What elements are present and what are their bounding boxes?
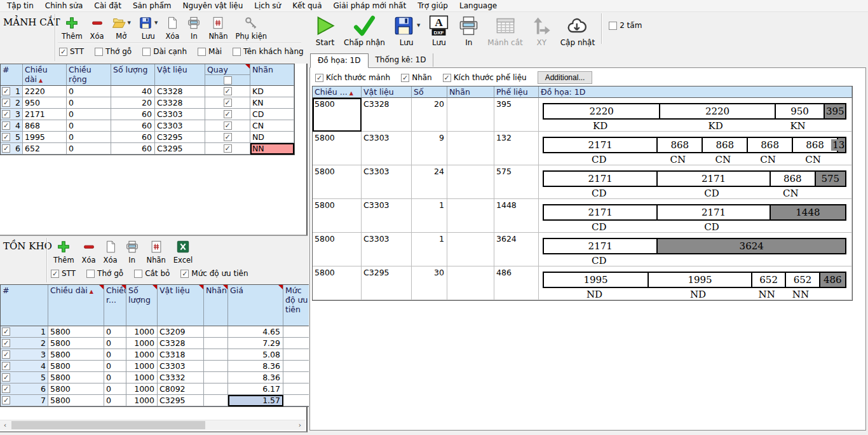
cell-stock-length[interactable]: 5800 — [313, 233, 362, 266]
stock-option-4[interactable]: ✓Mức độ ưu tiên — [180, 269, 248, 278]
menu-item-1[interactable]: Tập tin — [1, 1, 39, 11]
cell-length[interactable]: 950 — [23, 97, 67, 109]
cell-price[interactable]: 4.65 — [228, 326, 283, 338]
cell-width[interactable]: 0 — [104, 349, 126, 361]
cell-priority[interactable] — [283, 395, 310, 406]
row-checkbox[interactable]: ✓ — [2, 144, 10, 153]
cell-rotate[interactable]: ✓ — [205, 143, 250, 155]
cell-material[interactable]: C3295 — [155, 132, 205, 143]
pieces-column-header-1[interactable]: # — [1, 64, 23, 86]
cell-material[interactable]: C3303 — [362, 165, 412, 199]
dropdown-arrow-icon[interactable]: ▼ — [154, 20, 158, 25]
save-button[interactable]: ▼Lưu — [135, 13, 161, 41]
cell-length[interactable]: 652 — [23, 143, 67, 155]
cell-width[interactable]: 0 — [104, 338, 126, 349]
cell-rotate[interactable]: ✓ — [205, 109, 250, 120]
row-checkbox[interactable]: ✓ — [2, 110, 10, 118]
cell-material[interactable]: C3303 — [155, 120, 205, 132]
cell-price[interactable]: 8.36 — [228, 361, 283, 372]
cell-material[interactable]: C3318 — [158, 349, 204, 361]
row-checkbox[interactable]: ✓ — [2, 339, 10, 347]
cell-width[interactable]: 0 — [67, 132, 111, 143]
cell-waste[interactable]: 1448 — [494, 199, 539, 233]
labels-button[interactable]: Nhãn — [143, 237, 170, 265]
cell-qty[interactable]: 60 — [111, 143, 155, 155]
cell-length[interactable]: 5800 — [48, 395, 104, 406]
delete-button[interactable]: Xóa — [78, 237, 100, 265]
tab-statistics-1d[interactable]: Thống kê: 1D — [369, 53, 434, 67]
results-column-header-6[interactable]: Đồ họa: 1D — [539, 86, 852, 98]
cell-qty[interactable]: 1000 — [126, 326, 158, 338]
row-checkbox[interactable]: ✓ — [2, 328, 10, 336]
menu-item-6[interactable]: Lịch sử — [248, 1, 287, 11]
cell-width[interactable]: 0 — [67, 120, 111, 132]
rotate-checkbox[interactable]: ✓ — [224, 87, 232, 95]
cell-label[interactable] — [447, 199, 494, 233]
cell-length[interactable]: 5800 — [48, 326, 104, 338]
row-selector[interactable]: ✓3 — [1, 349, 48, 361]
stock-column-header-7[interactable]: Giá — [228, 285, 283, 326]
results-column-header-3[interactable]: Số lượng — [412, 86, 447, 98]
stock-column-header-1[interactable]: # — [1, 285, 48, 326]
add-button[interactable]: Thêm — [58, 13, 86, 41]
excel-button[interactable]: Excel — [170, 237, 196, 265]
tab-graphics-1d[interactable]: Đồ họa: 1D — [310, 53, 369, 68]
results-option-2[interactable]: ✓Nhãn — [401, 73, 432, 82]
rotate-checkbox[interactable]: ✓ — [224, 133, 232, 141]
stock-option-3[interactable]: Cắt bỏ — [134, 269, 170, 278]
cell-qty[interactable]: 60 — [111, 120, 155, 132]
cell-priority[interactable] — [283, 326, 310, 338]
cell-price[interactable]: 1.57 — [228, 395, 283, 406]
cell-stock-length[interactable]: 5800 — [313, 266, 362, 300]
cell-qty[interactable]: 1 — [412, 233, 447, 266]
cell-label[interactable] — [204, 372, 228, 383]
cell-price[interactable]: 8.36 — [228, 372, 283, 383]
cell-material[interactable]: C3295 — [158, 395, 204, 406]
cell-length[interactable]: 1995 — [23, 132, 67, 143]
pieces-column-header-6[interactable]: Quay — [205, 64, 250, 86]
cell-rotate[interactable]: ✓ — [205, 86, 250, 97]
row-selector[interactable]: ✓4 — [1, 361, 48, 372]
cell-qty[interactable]: 1000 — [126, 338, 158, 349]
cell-qty[interactable]: 40 — [111, 86, 155, 97]
pieces-option-2[interactable]: Thớ gỗ — [95, 47, 132, 56]
pieces-column-header-7[interactable]: Nhãn — [250, 64, 294, 86]
row-checkbox[interactable]: ✓ — [2, 385, 10, 393]
update-button[interactable]: Cập nhật — [557, 12, 599, 48]
results-column-header-2[interactable]: Vật liệu — [362, 86, 412, 98]
cell-length[interactable]: 5800 — [48, 338, 104, 349]
scroll-left-arrow[interactable]: ‹ — [0, 421, 10, 429]
row-selector[interactable]: ✓1 — [1, 326, 48, 338]
cell-price[interactable]: 5.08 — [228, 349, 283, 361]
pieces-column-header-5[interactable]: Vật liệu — [155, 64, 205, 86]
stock-column-header-4[interactable]: Số lượng — [126, 285, 158, 326]
pieces-option-4[interactable]: Mài — [198, 47, 222, 56]
pieces-column-header-2[interactable]: Chiều dài▲ — [23, 64, 67, 86]
cell-material[interactable]: C3303 — [362, 132, 412, 165]
cell-width[interactable]: 0 — [67, 86, 111, 97]
cell-width[interactable]: 0 — [104, 326, 126, 338]
stock-column-header-6[interactable]: Nhãn — [204, 285, 228, 326]
accessories-button[interactable]: Phụ kiện — [232, 13, 271, 41]
cell-width[interactable]: 0 — [104, 395, 126, 406]
cell-length[interactable]: 2220 — [23, 86, 67, 97]
cell-qty[interactable]: 20 — [412, 98, 447, 132]
cell-qty[interactable]: 24 — [412, 165, 447, 199]
stock-option-2[interactable]: Thớ gỗ — [86, 269, 123, 278]
cell-material[interactable]: C8092 — [158, 383, 204, 395]
row-checkbox[interactable]: ✓ — [2, 396, 10, 404]
cell-qty[interactable]: 9 — [412, 132, 447, 165]
rotate-checkbox[interactable]: ✓ — [224, 121, 232, 130]
cell-material[interactable]: C3303 — [362, 233, 412, 266]
open-button[interactable]: ▼Mở — [108, 13, 135, 41]
row-checkbox[interactable]: ✓ — [2, 362, 10, 370]
cell-qty[interactable]: 1000 — [126, 372, 158, 383]
menu-item-2[interactable]: Chỉnh sửa — [39, 1, 89, 11]
cell-waste[interactable]: 395 — [494, 98, 539, 132]
cell-material[interactable]: C3209 — [158, 326, 204, 338]
rotate-checkbox[interactable]: ✓ — [224, 144, 232, 153]
cell-width[interactable]: 0 — [104, 361, 126, 372]
cell-label[interactable] — [447, 266, 494, 300]
cell-label[interactable] — [204, 361, 228, 372]
row-selector[interactable]: ✓2 — [1, 338, 48, 349]
